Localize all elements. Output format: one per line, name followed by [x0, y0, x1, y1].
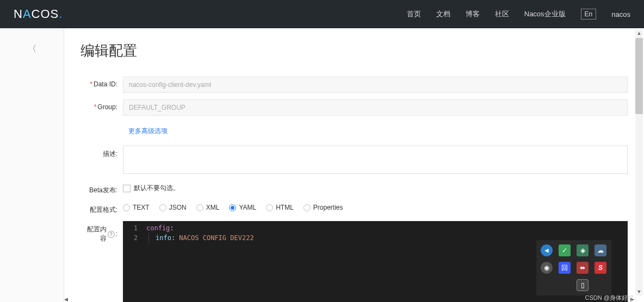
description-input[interactable] [123, 146, 628, 174]
nav-docs[interactable]: 文档 [436, 9, 450, 19]
radio-label: JSON [169, 204, 187, 211]
format-radio-properties[interactable]: Properties [304, 204, 343, 211]
radio-label: HTML [276, 204, 294, 211]
row-advanced: 更多高级选项 [128, 122, 628, 136]
user-label[interactable]: nacos [611, 10, 630, 18]
tray-icon-shield[interactable]: ◈ [577, 244, 589, 256]
tray-icon-5[interactable]: ◉ [541, 262, 553, 274]
label-group: *Group: [81, 99, 123, 111]
group-input[interactable] [123, 99, 628, 116]
radio-label: TEXT [133, 204, 150, 211]
beta-checkbox-label: 默认不要勾选。 [134, 184, 179, 193]
radio-icon [304, 204, 311, 211]
tray-icon-empty3 [595, 279, 606, 291]
nav-community[interactable]: 社区 [495, 9, 509, 19]
radio-label: XML [206, 204, 220, 211]
nav-home[interactable]: 首页 [407, 9, 421, 19]
nav-right: 首页 文档 博客 社区 Nacos企业版 En nacos [407, 9, 630, 20]
label-format: 配置格式: [81, 202, 123, 215]
code-line[interactable]: config: [146, 223, 254, 233]
radio-icon [266, 204, 273, 211]
label-desc: 描述: [81, 146, 123, 159]
back-icon[interactable]: 〈 [28, 43, 36, 302]
tray-icon-6[interactable]: 回 [559, 262, 571, 274]
row-dataid: *Data ID: [81, 77, 628, 93]
editor-lines[interactable]: config:info: NACOS CONFIG DEV222 [142, 221, 258, 302]
top-nav: NACOS. 首页 文档 博客 社区 Nacos企业版 En nacos [0, 0, 644, 28]
row-group: *Group: [81, 99, 628, 116]
format-radio-text[interactable]: TEXT [123, 204, 150, 211]
row-desc: 描述: [81, 146, 628, 175]
editor-gutter: 12 [123, 221, 142, 302]
label-dataid: *Data ID: [81, 77, 123, 88]
tray-icon-7[interactable]: ⬌ [577, 262, 589, 274]
beta-checkbox-wrap[interactable]: 默认不要勾选。 [123, 182, 628, 193]
advanced-options-link[interactable]: 更多高级选项 [128, 127, 168, 136]
format-radio-html[interactable]: HTML [266, 204, 294, 211]
logo[interactable]: NACOS. [14, 7, 63, 21]
beta-checkbox[interactable] [123, 185, 131, 192]
label-beta: Beta发布: [81, 182, 123, 195]
format-radio-xml[interactable]: XML [196, 204, 220, 211]
format-radio-json[interactable]: JSON [159, 204, 187, 211]
code-line[interactable]: info: NACOS CONFIG DEV222 [146, 233, 254, 243]
radio-label: Properties [313, 204, 343, 211]
page-title: 编辑配置 [81, 41, 628, 60]
system-tray: ◄ ✓ ◈ ☁ ◉ 回 ⬌ S ▯ [536, 240, 611, 295]
tray-icon-empty1 [541, 279, 553, 291]
radio-icon [229, 204, 236, 211]
radio-icon [159, 204, 166, 211]
watermark: CSDN @身体好好。 [585, 294, 640, 302]
row-beta: Beta发布: 默认不要勾选。 [81, 182, 628, 195]
nav-blog[interactable]: 博客 [466, 9, 480, 19]
radio-icon [196, 204, 203, 211]
dataid-input[interactable] [123, 77, 628, 93]
radio-icon [123, 204, 130, 211]
tray-icon-empty2 [559, 279, 571, 291]
radio-label: YAML [239, 204, 256, 211]
tray-icon-s[interactable]: S [595, 262, 606, 274]
tray-icon-cloud[interactable]: ☁ [595, 244, 606, 256]
tray-icon-2[interactable]: ✓ [559, 244, 571, 256]
nav-enterprise[interactable]: Nacos企业版 [524, 9, 566, 19]
tray-icon-1[interactable]: ◄ [541, 244, 553, 256]
scrollbar-up-icon[interactable]: ▲ [635, 29, 643, 37]
language-toggle[interactable]: En [581, 9, 597, 20]
scrollbar-thumb[interactable] [635, 38, 643, 114]
help-icon[interactable]: ? [108, 231, 115, 238]
format-radio-yaml[interactable]: YAML [229, 204, 256, 211]
format-radio-group: TEXTJSONXMLYAMLHTMLProperties [123, 202, 628, 211]
h-scrollbar-left-icon[interactable]: ◀ [64, 297, 68, 302]
row-format: 配置格式: TEXTJSONXMLYAMLHTMLProperties [81, 202, 628, 215]
tray-icon-9[interactable]: ▯ [577, 279, 589, 291]
sidebar: 〈 [0, 28, 64, 302]
label-content: 配置内容?: [81, 221, 123, 243]
